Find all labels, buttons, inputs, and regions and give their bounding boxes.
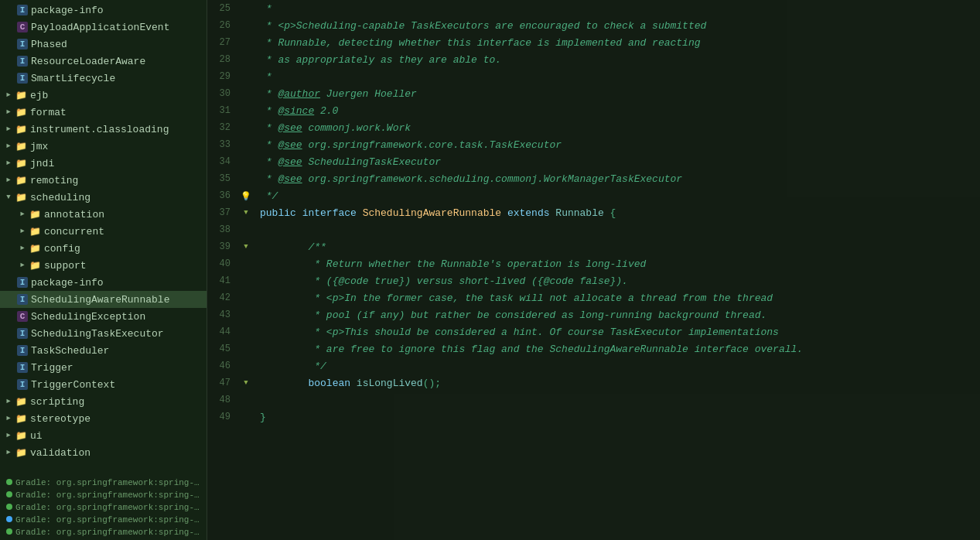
file-icon: I xyxy=(17,56,28,67)
line-number: 46 xyxy=(207,361,238,371)
code-line: 42 * <p>In the former case, the task wil… xyxy=(207,289,980,306)
gradle-item[interactable]: Gradle: org.springframework:spring-oxm:5 xyxy=(0,526,207,538)
line-number: 37 xyxy=(207,207,238,218)
line-content: /** xyxy=(254,241,980,254)
line-number: 49 xyxy=(207,412,238,422)
tree-item-label: TaskScheduler xyxy=(31,345,109,357)
gradle-item[interactable]: Gradle: org.springframework:spring-core:… xyxy=(0,489,207,501)
tree-item-label: ejb xyxy=(30,90,48,101)
sidebar-item-trigger[interactable]: ITrigger xyxy=(0,359,207,376)
line-content: } xyxy=(254,411,980,424)
file-icon: 📁 xyxy=(29,226,41,238)
sidebar-item-validation[interactable]: ►📁validation xyxy=(0,444,207,461)
sidebar-item-package-info-1[interactable]: Ipackage-info xyxy=(0,2,207,19)
sidebar-item-stereotype[interactable]: ►📁stereotype xyxy=(0,410,207,427)
line-number: 38 xyxy=(207,224,238,235)
chevron-icon: ► xyxy=(17,260,28,271)
gradle-dot-icon xyxy=(6,491,12,497)
line-content: * @see org.springframework.scheduling.co… xyxy=(254,173,980,186)
line-content: * @see SchedulingTaskExecutor xyxy=(254,156,980,169)
tree-item-label: instrument.classloading xyxy=(30,124,169,135)
gradle-item[interactable]: Gradle: org.springframework:spring-jcl:5… xyxy=(0,514,207,526)
tree-item-label: package-info xyxy=(31,277,104,289)
chevron-icon: ► xyxy=(3,124,14,135)
code-line: 37▼public interface SchedulingAwareRunna… xyxy=(207,204,980,221)
code-line: 27 * Runnable, detecting whether this in… xyxy=(207,34,980,51)
line-content: */ xyxy=(254,190,980,203)
tree-item-label: validation xyxy=(30,447,90,459)
line-content: boolean isLongLived(); xyxy=(254,377,980,390)
gradle-label: Gradle: org.springframework:spring-oxm:5 xyxy=(15,528,207,537)
sidebar-item-ui[interactable]: ►📁ui xyxy=(0,427,207,444)
code-line: 45 * are free to ignore this flag and th… xyxy=(207,340,980,357)
file-icon: 📁 xyxy=(15,413,27,425)
file-icon: 📁 xyxy=(29,260,41,272)
chevron-icon: ► xyxy=(3,158,14,169)
code-line: 30 * @author Juergen Hoeller xyxy=(207,85,980,102)
sidebar-item-scheduling-exception[interactable]: CSchedulingException xyxy=(0,308,207,325)
sidebar-item-trigger-context[interactable]: ITriggerContext xyxy=(0,376,207,393)
line-content: * <p>This should be considered a hint. O… xyxy=(254,326,980,339)
sidebar-item-scripting[interactable]: ►📁scripting xyxy=(0,393,207,410)
file-icon: 📁 xyxy=(15,124,27,135)
sidebar-item-package-info-2[interactable]: Ipackage-info xyxy=(0,274,207,291)
code-line: 32 * @see commonj.work.Work xyxy=(207,119,980,136)
chevron-icon: ▼ xyxy=(3,192,14,203)
sidebar-item-scheduling[interactable]: ▼📁scheduling xyxy=(0,189,207,206)
line-content xyxy=(254,229,980,231)
gradle-label: Gradle: org.springframework:spring-expre xyxy=(15,503,207,512)
sidebar-item-config[interactable]: ►📁config xyxy=(0,240,207,257)
sidebar-item-task-scheduler[interactable]: ITaskScheduler xyxy=(0,342,207,359)
tree-item-label: PayloadApplicationEvent xyxy=(31,22,169,33)
line-number: 45 xyxy=(207,343,238,354)
tree-item-label: Trigger xyxy=(31,362,73,374)
tree-item-label: config xyxy=(44,243,80,255)
sidebar-item-annotation[interactable]: ►📁annotation xyxy=(0,206,207,223)
tree-item-label: package-info xyxy=(31,5,104,16)
code-line: 47▼ boolean isLongLived(); xyxy=(207,374,980,391)
line-number: 29 xyxy=(207,71,238,82)
file-icon: I xyxy=(17,277,28,288)
sidebar-item-instrument-classloading[interactable]: ►📁instrument.classloading xyxy=(0,121,207,138)
sidebar-item-remoting[interactable]: ►📁remoting xyxy=(0,172,207,189)
line-number: 28 xyxy=(207,54,238,65)
line-content: * xyxy=(254,70,980,84)
code-line: 31 * @since 2.0 xyxy=(207,102,980,119)
sidebar-item-scheduling-task-executor[interactable]: ISchedulingTaskExecutor xyxy=(0,325,207,342)
sidebar-item-format[interactable]: ►📁format xyxy=(0,104,207,121)
gradle-item[interactable]: Gradle: org.springframework:spring-expre xyxy=(0,501,207,514)
code-line: 41 * ({@code true}) versus short-lived (… xyxy=(207,272,980,289)
tree-item-label: SchedulingException xyxy=(31,311,145,323)
file-icon: 📁 xyxy=(15,396,27,408)
sidebar-item-jmx[interactable]: ►📁jmx xyxy=(0,138,207,155)
code-line: 38 xyxy=(207,221,980,238)
file-icon: I xyxy=(17,362,28,373)
code-editor: 25 *26 * <p>Scheduling-capable TaskExecu… xyxy=(207,0,980,540)
sidebar-item-smart-lifecycle[interactable]: ISmartLifecycle xyxy=(0,70,207,87)
gradle-dot-icon xyxy=(6,528,12,535)
line-content xyxy=(254,399,980,401)
sidebar-item-payload-app-event[interactable]: CPayloadApplicationEvent xyxy=(0,19,207,36)
code-line: 26 * <p>Scheduling-capable TaskExecutors… xyxy=(207,17,980,34)
gradle-label: Gradle: org.springframework:spring-jcl:5… xyxy=(15,515,207,525)
tree-item-label: scheduling xyxy=(30,192,90,203)
file-icon: 📁 xyxy=(15,141,27,152)
sidebar-item-concurrent[interactable]: ►📁concurrent xyxy=(0,223,207,240)
tree-item-label: support xyxy=(44,260,87,272)
sidebar-item-support[interactable]: ►📁support xyxy=(0,257,207,274)
line-number: 25 xyxy=(207,3,238,14)
sidebar-item-jndi[interactable]: ►📁jndi xyxy=(0,155,207,172)
sidebar-item-scheduling-aware-runnable[interactable]: ISchedulingAwareRunnable xyxy=(0,291,207,308)
sidebar-item-ejb[interactable]: ►📁ejb xyxy=(0,87,207,104)
file-tree[interactable]: Ipackage-infoCPayloadApplicationEventIPh… xyxy=(0,0,207,540)
file-icon: I xyxy=(17,328,28,339)
tree-item-label: concurrent xyxy=(44,226,104,238)
gradle-item[interactable]: Gradle: org.springframework:spring-conte… xyxy=(0,477,207,489)
chevron-icon: ► xyxy=(17,209,28,220)
code-line: 25 * xyxy=(207,0,980,17)
code-line: 48 xyxy=(207,391,980,408)
chevron-icon: ► xyxy=(3,107,14,118)
line-content: * ({@code true}) versus short-lived ({@c… xyxy=(254,275,980,288)
sidebar-item-phased[interactable]: IPhased xyxy=(0,36,207,53)
sidebar-item-resource-loader-aware[interactable]: IResourceLoaderAware xyxy=(0,53,207,70)
